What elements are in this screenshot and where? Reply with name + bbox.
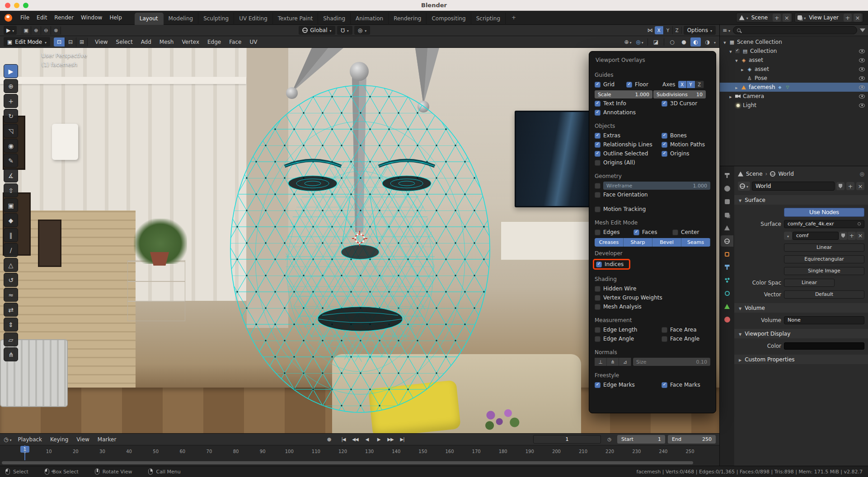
- faces-checkbox[interactable]: Faces: [633, 229, 672, 235]
- menu-help[interactable]: Help: [106, 13, 125, 22]
- center-checkbox[interactable]: Center: [672, 229, 711, 235]
- tool-loop-cut[interactable]: ∥: [4, 228, 18, 242]
- vertex-group-weights-checkbox[interactable]: Vertex Group Weights: [595, 295, 662, 301]
- interpolation-dropdown[interactable]: Linear: [784, 243, 864, 252]
- face-marks-checkbox[interactable]: Face Marks: [662, 382, 700, 388]
- tool-shear[interactable]: ▱: [4, 332, 18, 346]
- 3d-cursor-checkbox[interactable]: 3D Cursor: [662, 100, 697, 107]
- vertex-select-mode-button[interactable]: ⊡: [54, 37, 65, 47]
- face-normals-toggle[interactable]: [619, 358, 631, 366]
- mirror-x-toggle[interactable]: X: [655, 26, 664, 34]
- show-overlays-toggle[interactable]: ◎: [634, 37, 645, 47]
- jump-to-start-button[interactable]: |◀: [338, 435, 349, 444]
- image-fake-user-button[interactable]: [839, 232, 847, 240]
- workspace-tab-shading[interactable]: Shading: [318, 13, 351, 25]
- unlink-world-button[interactable]: [856, 182, 864, 190]
- collection-checkbox[interactable]: [735, 48, 740, 54]
- select-subtract-button[interactable]: ⊖: [41, 26, 51, 35]
- blender-logo-icon[interactable]: [5, 14, 12, 22]
- face-area-checkbox[interactable]: Face Area: [662, 327, 697, 333]
- volume-field[interactable]: None: [784, 316, 864, 324]
- workspace-tab-layout[interactable]: Layout: [135, 13, 164, 25]
- properties-tab-world[interactable]: [721, 235, 733, 247]
- sharp-toggle[interactable]: Sharp: [624, 238, 652, 247]
- motion-paths-checkbox[interactable]: Motion Paths: [662, 141, 705, 148]
- close-window-button[interactable]: [5, 3, 10, 8]
- properties-tab-active-tool[interactable]: [721, 170, 733, 181]
- properties-tab-material[interactable]: [721, 314, 733, 325]
- timeline-menu-playback[interactable]: Playback: [14, 435, 46, 444]
- image-unlink-button[interactable]: [856, 232, 864, 240]
- transform-orientation-dropdown[interactable]: Global: [299, 26, 335, 35]
- outliner-row-camera[interactable]: Camera: [720, 92, 868, 101]
- image-name-field[interactable]: comf: [793, 232, 839, 240]
- split-normals-toggle[interactable]: [607, 358, 619, 366]
- start-frame-field[interactable]: Start1: [617, 435, 665, 444]
- viewport-menu-edge[interactable]: Edge: [204, 37, 225, 47]
- face-angle-checkbox[interactable]: Face Angle: [662, 336, 699, 342]
- bones-checkbox[interactable]: Bones: [662, 132, 687, 139]
- tool-measure[interactable]: ∡: [4, 168, 18, 182]
- grid-scale-slider[interactable]: Scale1.000: [595, 90, 652, 98]
- relationship-lines-checkbox[interactable]: Relationship Lines: [595, 141, 662, 148]
- disclosure-right-icon[interactable]: [728, 93, 733, 99]
- end-frame-field[interactable]: End250: [668, 435, 716, 444]
- axis-z-toggle[interactable]: Z: [695, 81, 704, 88]
- custom-properties-panel-header[interactable]: Custom Properties: [734, 355, 868, 364]
- outliner-row-light[interactable]: Light: [720, 101, 868, 110]
- face-orientation-checkbox[interactable]: Face Orientation: [595, 192, 648, 198]
- visibility-eye-icon[interactable]: [859, 94, 865, 98]
- vector-dropdown[interactable]: Default: [784, 290, 864, 299]
- world-name-field[interactable]: World: [752, 182, 835, 191]
- viewport-menu-vertex[interactable]: Vertex: [178, 37, 203, 47]
- zoom-window-button[interactable]: [23, 3, 28, 8]
- viewport-display-panel-header[interactable]: Viewport Display: [734, 329, 868, 338]
- xray-toggle[interactable]: ◪: [651, 37, 661, 47]
- outliner-search-input[interactable]: [733, 26, 857, 34]
- creases-toggle[interactable]: Creases: [595, 238, 624, 247]
- properties-tab-scene[interactable]: [721, 222, 733, 234]
- workspace-tab-modeling[interactable]: Modeling: [164, 13, 199, 25]
- surface-shader-field[interactable]: comfy_cafe_4k.exr: [784, 220, 864, 228]
- tool-poly-build[interactable]: △: [4, 258, 18, 272]
- mesh-analysis-checkbox[interactable]: Mesh Analysis: [595, 304, 642, 310]
- viewport-color-swatch[interactable]: [784, 342, 864, 350]
- shading-rendered-button[interactable]: ◑: [702, 37, 713, 47]
- grid-checkbox[interactable]: Grid: [595, 81, 626, 88]
- mode-dropdown[interactable]: ▣ Edit Mode: [4, 37, 50, 47]
- tool-inset-faces[interactable]: ▣: [4, 198, 18, 212]
- grid-subdivisions-slider[interactable]: Subdivisions10: [653, 90, 706, 98]
- visibility-eye-icon[interactable]: [859, 49, 865, 53]
- breadcrumb-world[interactable]: World: [778, 171, 793, 177]
- volume-panel-header[interactable]: Volume: [734, 303, 868, 313]
- add-workspace-button[interactable]: +: [507, 13, 520, 23]
- delete-view-layer-button[interactable]: [854, 14, 862, 22]
- timeline-menu-keying[interactable]: Keying: [47, 435, 72, 444]
- outliner-row-pose[interactable]: Pose: [720, 74, 868, 83]
- image-browse-button[interactable]: [784, 232, 792, 240]
- new-scene-button[interactable]: [773, 14, 781, 22]
- tool-edge-slide[interactable]: ⇄: [4, 303, 18, 317]
- menu-file[interactable]: File: [17, 13, 33, 22]
- properties-tab-output[interactable]: [721, 196, 733, 207]
- visibility-eye-icon[interactable]: [859, 58, 865, 62]
- fake-user-button[interactable]: [836, 182, 845, 190]
- axis-y-toggle[interactable]: Y: [687, 81, 695, 88]
- timeline-menu-view[interactable]: View: [73, 435, 93, 444]
- annotations-checkbox[interactable]: Annotations: [595, 109, 636, 116]
- properties-tab-physics[interactable]: [721, 288, 733, 299]
- motion-tracking-checkbox[interactable]: Motion Tracking: [595, 206, 646, 212]
- face-select-mode-button[interactable]: ⊞: [76, 37, 88, 47]
- visibility-eye-icon[interactable]: [859, 85, 865, 89]
- tool-spin[interactable]: ↺: [4, 273, 18, 287]
- play-reverse-button[interactable]: ◀: [361, 435, 372, 444]
- snapping-dropdown[interactable]: Ω: [337, 26, 352, 35]
- shading-material-preview-button[interactable]: ◐: [690, 37, 701, 47]
- edge-length-checkbox[interactable]: Edge Length: [595, 327, 662, 333]
- tool-move[interactable]: +: [4, 94, 18, 108]
- extras-checkbox[interactable]: Extras: [595, 132, 662, 139]
- mirror-y-toggle[interactable]: Y: [664, 26, 673, 34]
- bevel-toggle[interactable]: Bevel: [652, 238, 681, 247]
- edges-checkbox[interactable]: Edges: [595, 229, 633, 235]
- wireframe-slider[interactable]: Wireframe1.000: [603, 182, 710, 190]
